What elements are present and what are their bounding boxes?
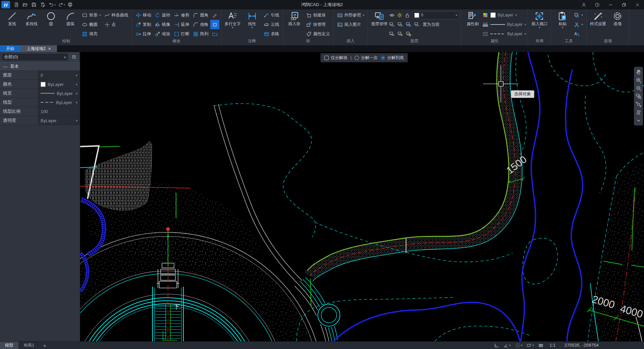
chevron-down-icon[interactable]: ▾ [76, 83, 77, 86]
color-dropdown[interactable]: ByLayer▾ [482, 10, 526, 20]
ribbon-button-matchprops[interactable]: 属性刷 [463, 10, 482, 27]
ribbon-button-polyline[interactable]: 多段线 [22, 10, 41, 27]
ribbon-button-spline[interactable]: 样条曲线 [103, 10, 130, 20]
chevron-down-icon[interactable]: ▾ [76, 101, 77, 104]
ribbon-button-copy2[interactable]: ▾ [572, 10, 585, 20]
maximize-button[interactable] [617, 0, 631, 9]
quick-select-button[interactable] [70, 53, 78, 61]
ribbon-button-xref[interactable]: 外部参照▾ [335, 10, 366, 20]
tab-layout1[interactable]: 布局1 [18, 342, 39, 349]
property-value[interactable]: ByLayer▾ [38, 116, 80, 125]
brick-hatch-area[interactable] [85, 141, 152, 210]
dropdown-arrow-icon[interactable]: ▾ [232, 26, 233, 29]
help-button[interactable] [590, 0, 604, 9]
dropdown-arrow-icon[interactable]: ▾ [562, 26, 564, 29]
grid-snap-toggle[interactable]: ▾ [515, 343, 523, 348]
annotation-scale[interactable]: 1:1 [550, 343, 555, 348]
pan-button[interactable] [635, 68, 642, 76]
zoom-out-button[interactable] [635, 85, 642, 92]
ribbon-button-scale[interactable]: 缩放 [153, 29, 172, 39]
ribbon-button-insblock[interactable]: 插入块 [285, 10, 304, 27]
ortho-toggle[interactable] [494, 343, 499, 348]
zoom-extents-button[interactable] [635, 101, 642, 108]
ribbon-button-copy[interactable]: 复制 [134, 20, 153, 29]
dropdown-arrow-icon[interactable]: ▾ [99, 13, 101, 17]
property-value[interactable]: ByLayer▾ [38, 89, 80, 98]
ribbon-button-point[interactable]: 点 [103, 20, 130, 29]
ribbon-button-cut[interactable]: ▾ [572, 20, 585, 29]
open-file-button[interactable] [21, 1, 30, 8]
ribbon-button-layermgr[interactable]: 图层管理 [370, 10, 389, 27]
ribbon-button-rect[interactable]: 矩形▾ [80, 10, 103, 20]
tab-document[interactable]: 上海绿地2 ✕ [20, 45, 57, 52]
print-button[interactable] [66, 1, 74, 8]
ribbon-button-viewport[interactable]: 插入视口▾ [530, 10, 549, 30]
tab-start[interactable]: 开始 [0, 45, 20, 52]
ribbon-button-chamfer[interactable]: 倒角 [191, 20, 210, 29]
lyr-cur-button[interactable] [414, 21, 421, 28]
close-button[interactable] [631, 0, 644, 9]
ribbon-button-image[interactable]: 插入图片 [335, 20, 366, 29]
property-value[interactable]: ByLayer▾ [38, 80, 80, 89]
lyr-eye-y-button[interactable] [389, 31, 395, 37]
ribbon-button-find[interactable] [572, 29, 585, 39]
tab-model[interactable]: 模型 [0, 342, 18, 349]
ribbon-button-cloud[interactable]: 云线 [262, 20, 281, 29]
ribbon-button-break[interactable]: 打断 [172, 29, 191, 39]
selection-filter-dropdown[interactable]: 全部(0)▾ [1, 53, 68, 61]
zoom-window-button[interactable] [635, 93, 642, 100]
ribbon-button-fillet[interactable]: 圆角 [191, 10, 210, 20]
chevron-down-icon[interactable]: ▾ [76, 92, 77, 95]
minimize-button[interactable] [604, 0, 617, 9]
property-value[interactable]: 0▾ [38, 71, 80, 80]
navbar-more-button[interactable] [635, 117, 642, 124]
ribbon-button-wand[interactable]: 样式设置 [588, 10, 608, 27]
save-button[interactable] [30, 1, 38, 8]
explode-all-radio[interactable]: 分解到底 [381, 55, 404, 61]
layer-dropdown[interactable]: 0▾ [412, 11, 459, 19]
ribbon-button-mkblock[interactable]: 创建块 [304, 10, 332, 20]
dropdown-arrow-icon[interactable]: ▾ [581, 23, 583, 26]
ribbon-button-pen[interactable] [210, 10, 219, 20]
object-snap-toggle[interactable]: ▾ [527, 343, 534, 348]
ribbon-button-arc[interactable]: 圆弧 [61, 10, 80, 27]
lyr-lock-y-button[interactable] [406, 31, 412, 37]
new-file-button[interactable] [12, 1, 21, 8]
lyr-lock-button[interactable] [406, 21, 412, 28]
drawing-canvas[interactable]: 1500 [80, 52, 644, 341]
undo-dropdown-arrow[interactable]: ▾ [54, 3, 56, 6]
dropdown-arrow-icon[interactable]: ▾ [251, 26, 253, 29]
ribbon-button-ellipse[interactable]: 椭圆 [80, 20, 103, 29]
polar-tracking-toggle[interactable]: ▾ [503, 343, 511, 348]
lineweight-dropdown[interactable]: ByLayer▾ [482, 20, 526, 29]
ribbon-button-table[interactable]: 表格 [262, 29, 281, 39]
dropdown-arrow-icon[interactable]: ▾ [363, 13, 365, 17]
add-layout-button[interactable]: + [39, 342, 50, 349]
save-as-button[interactable] [38, 1, 47, 8]
ribbon-button-selrect[interactable] [210, 20, 219, 29]
grip-point[interactable] [166, 227, 170, 231]
ribbon-button-dim[interactable]: 线性▾ [243, 10, 262, 30]
ribbon-button-mirror[interactable]: 镜像 [153, 20, 172, 29]
linetype-dropdown[interactable]: ByLayer▾ [482, 29, 526, 39]
explode-only-block-checkbox[interactable]: 仅分解块 [324, 55, 347, 61]
property-value[interactable]: ByLayer▾ [38, 98, 80, 107]
ribbon-button-move[interactable]: 移动 [134, 10, 153, 20]
chevron-down-icon[interactable]: ▾ [76, 73, 77, 77]
blue-water-lines[interactable] [334, 52, 583, 341]
ribbon-button-array[interactable]: 阵列 [191, 29, 210, 39]
ribbon-button-gear[interactable]: 选项 [608, 10, 627, 27]
ribbon-button-circle[interactable]: 圆 [41, 10, 61, 27]
ribbon-button-blockmgr[interactable]: 块管理 [304, 20, 332, 29]
chevron-down-icon[interactable]: ▾ [76, 119, 77, 122]
orbit-button[interactable] [635, 109, 642, 116]
dropdown-arrow-icon[interactable]: ▾ [539, 26, 540, 29]
user-account-button[interactable] [577, 0, 590, 9]
tab-close-icon[interactable]: ✕ [48, 47, 51, 51]
lyr-sun-y-button[interactable] [397, 31, 404, 37]
ribbon-button-hatch[interactable]: 填充 [80, 29, 103, 39]
ribbon-button-mtext[interactable]: 多行文字▾ [223, 10, 243, 30]
ribbon-button-extend[interactable]: 延伸 [172, 20, 191, 29]
set-current-layer-button[interactable]: 置为当前 [423, 22, 439, 28]
lyr-off-button[interactable] [389, 21, 395, 28]
